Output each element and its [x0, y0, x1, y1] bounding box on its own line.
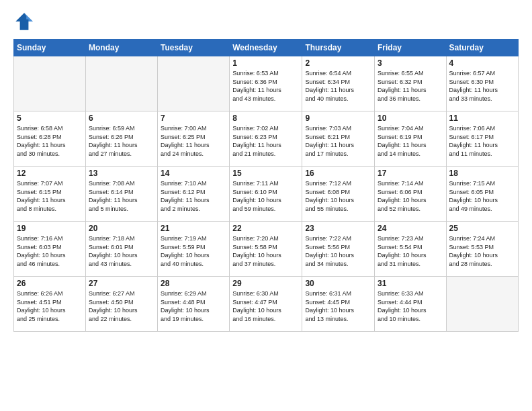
week-row-4: 26Sunrise: 6:26 AM Sunset: 4:51 PM Dayli…	[14, 277, 519, 332]
calendar-cell: 30Sunrise: 6:31 AM Sunset: 4:45 PM Dayli…	[302, 277, 375, 332]
day-number: 1	[232, 58, 299, 68]
day-number: 6	[89, 113, 154, 123]
weekday-sunday: Sunday	[14, 40, 86, 56]
day-number: 20	[89, 224, 154, 233]
day-number: 5	[17, 113, 83, 123]
day-info: Sunrise: 6:30 AM Sunset: 4:47 PM Dayligh…	[232, 289, 299, 323]
day-number: 10	[378, 113, 443, 123]
calendar-cell: 29Sunrise: 6:30 AM Sunset: 4:47 PM Dayli…	[230, 277, 302, 332]
day-info: Sunrise: 7:06 AM Sunset: 6:17 PM Dayligh…	[449, 124, 515, 158]
calendar-cell	[85, 56, 157, 111]
day-number: 15	[232, 169, 299, 178]
calendar-cell: 27Sunrise: 6:27 AM Sunset: 4:50 PM Dayli…	[85, 277, 157, 332]
day-number: 12	[17, 169, 83, 178]
day-info: Sunrise: 7:16 AM Sunset: 6:03 PM Dayligh…	[17, 234, 83, 268]
day-number: 30	[305, 279, 371, 288]
calendar-cell: 18Sunrise: 7:15 AM Sunset: 6:05 PM Dayli…	[446, 167, 518, 222]
day-info: Sunrise: 6:55 AM Sunset: 6:32 PM Dayligh…	[378, 69, 443, 103]
day-number: 7	[161, 113, 226, 123]
day-number: 28	[161, 279, 226, 288]
day-info: Sunrise: 7:12 AM Sunset: 6:08 PM Dayligh…	[305, 179, 371, 213]
logo	[13, 11, 38, 32]
day-info: Sunrise: 7:11 AM Sunset: 6:10 PM Dayligh…	[232, 179, 299, 213]
calendar-cell: 5Sunrise: 6:58 AM Sunset: 6:28 PM Daylig…	[14, 111, 86, 167]
calendar-cell: 26Sunrise: 6:26 AM Sunset: 4:51 PM Dayli…	[14, 277, 86, 332]
day-info: Sunrise: 7:23 AM Sunset: 5:54 PM Dayligh…	[378, 234, 443, 268]
day-info: Sunrise: 6:31 AM Sunset: 4:45 PM Dayligh…	[305, 289, 371, 323]
day-number: 13	[89, 169, 154, 178]
calendar-cell: 7Sunrise: 7:00 AM Sunset: 6:25 PM Daylig…	[158, 111, 230, 167]
day-number: 19	[17, 224, 83, 233]
week-row-2: 12Sunrise: 7:07 AM Sunset: 6:15 PM Dayli…	[14, 167, 519, 222]
calendar-cell: 2Sunrise: 6:54 AM Sunset: 6:34 PM Daylig…	[302, 56, 375, 111]
calendar-cell: 11Sunrise: 7:06 AM Sunset: 6:17 PM Dayli…	[446, 111, 518, 167]
weekday-tuesday: Tuesday	[158, 40, 230, 56]
day-number: 23	[305, 224, 371, 233]
calendar-cell: 10Sunrise: 7:04 AM Sunset: 6:19 PM Dayli…	[374, 111, 446, 167]
calendar-cell: 31Sunrise: 6:33 AM Sunset: 4:44 PM Dayli…	[374, 277, 446, 332]
day-info: Sunrise: 7:02 AM Sunset: 6:23 PM Dayligh…	[232, 124, 299, 158]
calendar-cell: 22Sunrise: 7:20 AM Sunset: 5:58 PM Dayli…	[230, 222, 302, 277]
day-info: Sunrise: 6:57 AM Sunset: 6:30 PM Dayligh…	[449, 69, 515, 103]
day-number: 14	[161, 169, 226, 178]
day-number: 31	[378, 279, 443, 288]
calendar-cell: 14Sunrise: 7:10 AM Sunset: 6:12 PM Dayli…	[158, 167, 230, 222]
day-info: Sunrise: 7:20 AM Sunset: 5:58 PM Dayligh…	[232, 234, 299, 268]
day-info: Sunrise: 6:33 AM Sunset: 4:44 PM Dayligh…	[378, 289, 443, 323]
day-number: 25	[449, 224, 515, 233]
calendar-table: SundayMondayTuesdayWednesdayThursdayFrid…	[13, 39, 519, 332]
weekday-monday: Monday	[85, 40, 157, 56]
day-info: Sunrise: 7:14 AM Sunset: 6:06 PM Dayligh…	[378, 179, 443, 213]
page: SundayMondayTuesdayWednesdayThursdayFrid…	[0, 0, 532, 411]
calendar-cell: 16Sunrise: 7:12 AM Sunset: 6:08 PM Dayli…	[302, 167, 375, 222]
day-info: Sunrise: 6:26 AM Sunset: 4:51 PM Dayligh…	[17, 289, 83, 323]
calendar-cell	[14, 56, 86, 111]
week-row-0: 1Sunrise: 6:53 AM Sunset: 6:36 PM Daylig…	[14, 56, 519, 111]
day-number: 18	[449, 169, 515, 178]
day-number: 8	[232, 113, 299, 123]
day-info: Sunrise: 7:04 AM Sunset: 6:19 PM Dayligh…	[378, 124, 443, 158]
calendar-cell: 17Sunrise: 7:14 AM Sunset: 6:06 PM Dayli…	[374, 167, 446, 222]
day-number: 16	[305, 169, 371, 178]
calendar-cell: 4Sunrise: 6:57 AM Sunset: 6:30 PM Daylig…	[446, 56, 518, 111]
day-info: Sunrise: 7:08 AM Sunset: 6:14 PM Dayligh…	[89, 179, 154, 213]
weekday-wednesday: Wednesday	[230, 40, 302, 56]
calendar-cell: 28Sunrise: 6:29 AM Sunset: 4:48 PM Dayli…	[158, 277, 230, 332]
day-info: Sunrise: 7:19 AM Sunset: 5:59 PM Dayligh…	[161, 234, 226, 268]
calendar-cell: 20Sunrise: 7:18 AM Sunset: 6:01 PM Dayli…	[85, 222, 157, 277]
weekday-header-row: SundayMondayTuesdayWednesdayThursdayFrid…	[14, 40, 519, 56]
day-number: 3	[378, 58, 443, 68]
day-number: 21	[161, 224, 226, 233]
day-number: 9	[305, 113, 371, 123]
day-info: Sunrise: 7:10 AM Sunset: 6:12 PM Dayligh…	[161, 179, 226, 213]
day-number: 11	[449, 113, 515, 123]
day-info: Sunrise: 7:00 AM Sunset: 6:25 PM Dayligh…	[161, 124, 226, 158]
weekday-friday: Friday	[374, 40, 446, 56]
day-number: 26	[17, 279, 83, 288]
day-number: 24	[378, 224, 443, 233]
day-number: 27	[89, 279, 154, 288]
day-info: Sunrise: 6:54 AM Sunset: 6:34 PM Dayligh…	[305, 69, 371, 103]
day-info: Sunrise: 6:27 AM Sunset: 4:50 PM Dayligh…	[89, 289, 154, 323]
day-info: Sunrise: 6:53 AM Sunset: 6:36 PM Dayligh…	[232, 69, 299, 103]
day-info: Sunrise: 7:03 AM Sunset: 6:21 PM Dayligh…	[305, 124, 371, 158]
weekday-thursday: Thursday	[302, 40, 375, 56]
weekday-saturday: Saturday	[446, 40, 518, 56]
day-info: Sunrise: 7:15 AM Sunset: 6:05 PM Dayligh…	[449, 179, 515, 213]
day-info: Sunrise: 6:59 AM Sunset: 6:26 PM Dayligh…	[89, 124, 154, 158]
calendar-cell: 13Sunrise: 7:08 AM Sunset: 6:14 PM Dayli…	[85, 167, 157, 222]
day-number: 17	[378, 169, 443, 178]
day-info: Sunrise: 6:29 AM Sunset: 4:48 PM Dayligh…	[161, 289, 226, 323]
calendar-cell: 12Sunrise: 7:07 AM Sunset: 6:15 PM Dayli…	[14, 167, 86, 222]
day-info: Sunrise: 7:24 AM Sunset: 5:53 PM Dayligh…	[449, 234, 515, 268]
header	[13, 11, 519, 32]
calendar-cell: 3Sunrise: 6:55 AM Sunset: 6:32 PM Daylig…	[374, 56, 446, 111]
calendar-cell: 1Sunrise: 6:53 AM Sunset: 6:36 PM Daylig…	[230, 56, 302, 111]
day-number: 2	[305, 58, 371, 68]
calendar-cell: 9Sunrise: 7:03 AM Sunset: 6:21 PM Daylig…	[302, 111, 375, 167]
calendar-cell: 19Sunrise: 7:16 AM Sunset: 6:03 PM Dayli…	[14, 222, 86, 277]
logo-icon	[13, 11, 35, 32]
week-row-1: 5Sunrise: 6:58 AM Sunset: 6:28 PM Daylig…	[14, 111, 519, 167]
day-info: Sunrise: 7:22 AM Sunset: 5:56 PM Dayligh…	[305, 234, 371, 268]
calendar-cell: 6Sunrise: 6:59 AM Sunset: 6:26 PM Daylig…	[85, 111, 157, 167]
